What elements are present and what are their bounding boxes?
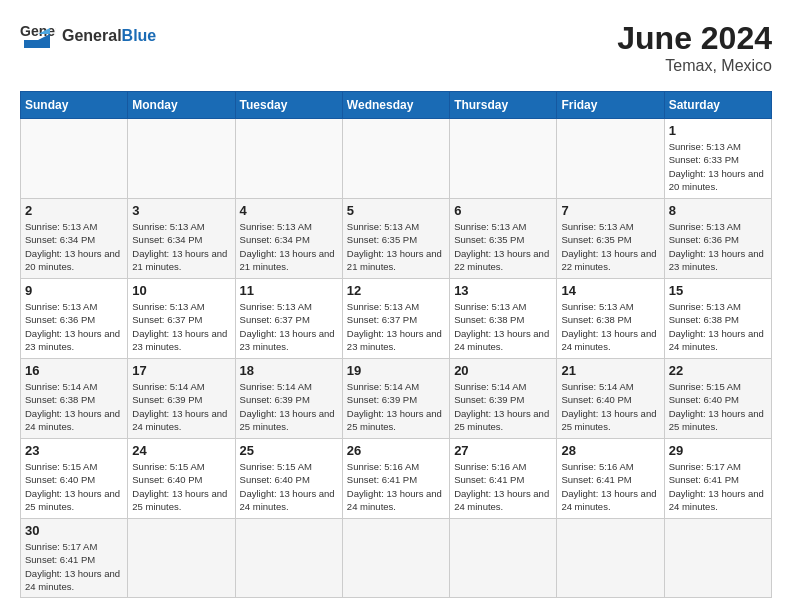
calendar-cell: 27Sunrise: 5:16 AM Sunset: 6:41 PM Dayli… [450, 439, 557, 519]
calendar-week-3: 9Sunrise: 5:13 AM Sunset: 6:36 PM Daylig… [21, 279, 772, 359]
day-number: 24 [132, 443, 230, 458]
day-number: 27 [454, 443, 552, 458]
calendar-week-5: 23Sunrise: 5:15 AM Sunset: 6:40 PM Dayli… [21, 439, 772, 519]
day-number: 6 [454, 203, 552, 218]
day-number: 28 [561, 443, 659, 458]
day-number: 22 [669, 363, 767, 378]
day-number: 21 [561, 363, 659, 378]
day-info: Sunrise: 5:13 AM Sunset: 6:37 PM Dayligh… [347, 300, 445, 353]
day-info: Sunrise: 5:13 AM Sunset: 6:35 PM Dayligh… [454, 220, 552, 273]
calendar-cell [557, 519, 664, 598]
day-info: Sunrise: 5:14 AM Sunset: 6:38 PM Dayligh… [25, 380, 123, 433]
day-info: Sunrise: 5:14 AM Sunset: 6:39 PM Dayligh… [240, 380, 338, 433]
day-info: Sunrise: 5:15 AM Sunset: 6:40 PM Dayligh… [132, 460, 230, 513]
day-info: Sunrise: 5:13 AM Sunset: 6:35 PM Dayligh… [561, 220, 659, 273]
calendar-cell [664, 519, 771, 598]
day-number: 19 [347, 363, 445, 378]
day-info: Sunrise: 5:13 AM Sunset: 6:37 PM Dayligh… [132, 300, 230, 353]
calendar-cell: 3Sunrise: 5:13 AM Sunset: 6:34 PM Daylig… [128, 199, 235, 279]
calendar-cell: 18Sunrise: 5:14 AM Sunset: 6:39 PM Dayli… [235, 359, 342, 439]
day-number: 23 [25, 443, 123, 458]
day-header-monday: Monday [128, 92, 235, 119]
day-number: 7 [561, 203, 659, 218]
calendar-cell: 16Sunrise: 5:14 AM Sunset: 6:38 PM Dayli… [21, 359, 128, 439]
day-info: Sunrise: 5:13 AM Sunset: 6:34 PM Dayligh… [132, 220, 230, 273]
day-number: 29 [669, 443, 767, 458]
calendar-cell [342, 119, 449, 199]
day-info: Sunrise: 5:13 AM Sunset: 6:33 PM Dayligh… [669, 140, 767, 193]
calendar-cell: 9Sunrise: 5:13 AM Sunset: 6:36 PM Daylig… [21, 279, 128, 359]
day-header-thursday: Thursday [450, 92, 557, 119]
calendar-cell: 30Sunrise: 5:17 AM Sunset: 6:41 PM Dayli… [21, 519, 128, 598]
day-number: 2 [25, 203, 123, 218]
day-info: Sunrise: 5:15 AM Sunset: 6:40 PM Dayligh… [669, 380, 767, 433]
calendar-cell: 29Sunrise: 5:17 AM Sunset: 6:41 PM Dayli… [664, 439, 771, 519]
day-number: 15 [669, 283, 767, 298]
day-info: Sunrise: 5:13 AM Sunset: 6:38 PM Dayligh… [669, 300, 767, 353]
calendar-cell [557, 119, 664, 199]
calendar-week-2: 2Sunrise: 5:13 AM Sunset: 6:34 PM Daylig… [21, 199, 772, 279]
day-info: Sunrise: 5:14 AM Sunset: 6:39 PM Dayligh… [132, 380, 230, 433]
calendar-cell: 11Sunrise: 5:13 AM Sunset: 6:37 PM Dayli… [235, 279, 342, 359]
calendar-cell: 28Sunrise: 5:16 AM Sunset: 6:41 PM Dayli… [557, 439, 664, 519]
calendar-cell: 23Sunrise: 5:15 AM Sunset: 6:40 PM Dayli… [21, 439, 128, 519]
title-block: June 2024 Temax, Mexico [617, 20, 772, 75]
logo-icon: General [20, 20, 56, 52]
logo-text: GeneralBlue [62, 27, 156, 45]
day-info: Sunrise: 5:13 AM Sunset: 6:34 PM Dayligh… [240, 220, 338, 273]
calendar-week-4: 16Sunrise: 5:14 AM Sunset: 6:38 PM Dayli… [21, 359, 772, 439]
calendar-cell: 17Sunrise: 5:14 AM Sunset: 6:39 PM Dayli… [128, 359, 235, 439]
calendar-header-row: SundayMondayTuesdayWednesdayThursdayFrid… [21, 92, 772, 119]
calendar-cell [21, 119, 128, 199]
calendar-cell: 1Sunrise: 5:13 AM Sunset: 6:33 PM Daylig… [664, 119, 771, 199]
day-header-sunday: Sunday [21, 92, 128, 119]
day-info: Sunrise: 5:13 AM Sunset: 6:37 PM Dayligh… [240, 300, 338, 353]
calendar-cell: 24Sunrise: 5:15 AM Sunset: 6:40 PM Dayli… [128, 439, 235, 519]
calendar-cell: 10Sunrise: 5:13 AM Sunset: 6:37 PM Dayli… [128, 279, 235, 359]
calendar-cell: 21Sunrise: 5:14 AM Sunset: 6:40 PM Dayli… [557, 359, 664, 439]
calendar-cell: 20Sunrise: 5:14 AM Sunset: 6:39 PM Dayli… [450, 359, 557, 439]
calendar-cell: 19Sunrise: 5:14 AM Sunset: 6:39 PM Dayli… [342, 359, 449, 439]
day-info: Sunrise: 5:13 AM Sunset: 6:38 PM Dayligh… [561, 300, 659, 353]
day-info: Sunrise: 5:13 AM Sunset: 6:35 PM Dayligh… [347, 220, 445, 273]
day-number: 11 [240, 283, 338, 298]
day-number: 30 [25, 523, 123, 538]
day-number: 12 [347, 283, 445, 298]
month-title: June 2024 [617, 20, 772, 57]
day-info: Sunrise: 5:15 AM Sunset: 6:40 PM Dayligh… [25, 460, 123, 513]
day-number: 13 [454, 283, 552, 298]
svg-marker-1 [24, 40, 38, 48]
day-number: 1 [669, 123, 767, 138]
day-number: 20 [454, 363, 552, 378]
calendar-cell: 2Sunrise: 5:13 AM Sunset: 6:34 PM Daylig… [21, 199, 128, 279]
calendar-cell: 22Sunrise: 5:15 AM Sunset: 6:40 PM Dayli… [664, 359, 771, 439]
calendar-table: SundayMondayTuesdayWednesdayThursdayFrid… [20, 91, 772, 598]
day-info: Sunrise: 5:16 AM Sunset: 6:41 PM Dayligh… [347, 460, 445, 513]
calendar-cell: 5Sunrise: 5:13 AM Sunset: 6:35 PM Daylig… [342, 199, 449, 279]
location-subtitle: Temax, Mexico [617, 57, 772, 75]
calendar-cell: 15Sunrise: 5:13 AM Sunset: 6:38 PM Dayli… [664, 279, 771, 359]
day-info: Sunrise: 5:14 AM Sunset: 6:39 PM Dayligh… [454, 380, 552, 433]
day-info: Sunrise: 5:17 AM Sunset: 6:41 PM Dayligh… [669, 460, 767, 513]
day-header-tuesday: Tuesday [235, 92, 342, 119]
calendar-cell [235, 519, 342, 598]
calendar-cell: 14Sunrise: 5:13 AM Sunset: 6:38 PM Dayli… [557, 279, 664, 359]
day-number: 18 [240, 363, 338, 378]
svg-text:General: General [20, 23, 56, 39]
day-info: Sunrise: 5:13 AM Sunset: 6:38 PM Dayligh… [454, 300, 552, 353]
calendar-cell: 13Sunrise: 5:13 AM Sunset: 6:38 PM Dayli… [450, 279, 557, 359]
calendar-cell [128, 519, 235, 598]
day-number: 5 [347, 203, 445, 218]
day-number: 9 [25, 283, 123, 298]
day-info: Sunrise: 5:13 AM Sunset: 6:36 PM Dayligh… [25, 300, 123, 353]
calendar-cell [235, 119, 342, 199]
calendar-cell: 8Sunrise: 5:13 AM Sunset: 6:36 PM Daylig… [664, 199, 771, 279]
day-number: 25 [240, 443, 338, 458]
calendar-week-6: 30Sunrise: 5:17 AM Sunset: 6:41 PM Dayli… [21, 519, 772, 598]
day-number: 26 [347, 443, 445, 458]
calendar-cell [450, 119, 557, 199]
day-number: 8 [669, 203, 767, 218]
logo: General GeneralBlue [20, 20, 156, 52]
calendar-cell: 7Sunrise: 5:13 AM Sunset: 6:35 PM Daylig… [557, 199, 664, 279]
day-info: Sunrise: 5:17 AM Sunset: 6:41 PM Dayligh… [25, 540, 123, 593]
